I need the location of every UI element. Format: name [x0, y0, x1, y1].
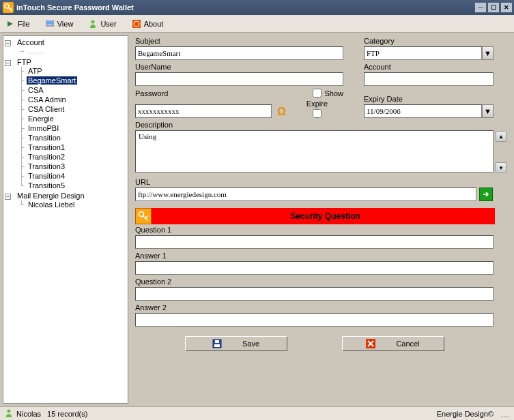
tree-ftp-item[interactable]: ImmoPBI: [27, 124, 60, 132]
tree-ftp-item[interactable]: Transition3: [27, 162, 66, 170]
subject-input[interactable]: [135, 46, 343, 60]
question2-label: Question 2: [135, 278, 507, 286]
tree-ftp-item[interactable]: Transition: [27, 134, 62, 142]
save-button-label: Save: [242, 340, 259, 348]
description-label: Description: [135, 121, 507, 129]
account-label: Account: [364, 63, 494, 71]
scroll-down-button[interactable]: ▼: [496, 162, 506, 173]
menu-bar: File View User About: [0, 15, 514, 33]
question2-input[interactable]: [135, 287, 494, 301]
monitor-icon: [45, 19, 55, 29]
menu-file-label: File: [18, 20, 30, 28]
svg-rect-2: [46, 21, 53, 25]
tree-ftp-item[interactable]: BegameSmart: [27, 76, 77, 85]
category-dropdown-button[interactable]: ▼: [482, 46, 494, 60]
show-password-checkbox[interactable]: [313, 89, 322, 97]
menu-about-label: About: [144, 20, 164, 28]
resize-grip[interactable]: ⣀⣀: [500, 409, 509, 418]
description-textarea[interactable]: [135, 130, 494, 172]
window-titlebar: inTouch Secure Password Wallet ─ ☐ ✕: [0, 0, 514, 15]
window-title: inTouch Secure Password Wallet: [16, 3, 474, 12]
answer1-input[interactable]: [135, 261, 494, 275]
tree-account[interactable]: Account: [16, 38, 46, 46]
expire-label: Expire: [306, 100, 328, 108]
expire-checkbox[interactable]: [313, 109, 322, 118]
menu-view-label: View: [57, 20, 74, 28]
arrow-right-icon: [482, 190, 490, 198]
expiry-label: Expiry Date: [364, 95, 494, 103]
tree-ftp-item[interactable]: Energie: [27, 115, 55, 123]
category-label: Category: [364, 37, 494, 45]
omega-icon[interactable]: Ω: [277, 106, 286, 118]
tree-ftp-item[interactable]: CSA Client: [27, 105, 66, 113]
about-icon: [132, 19, 141, 29]
security-question-banner: Security Question: [135, 208, 495, 224]
account-input[interactable]: [364, 72, 494, 86]
menu-user[interactable]: User: [85, 18, 119, 30]
url-input[interactable]: [135, 188, 476, 201]
cancel-button-label: Cancel: [396, 340, 419, 348]
maximize-button[interactable]: ☐: [487, 2, 500, 13]
sidebar: − Account ┄........ − FTP ├ATP├BegameSma…: [0, 33, 131, 406]
menu-file[interactable]: File: [3, 18, 33, 30]
answer2-label: Answer 2: [135, 303, 507, 312]
scroll-up-button[interactable]: ▲: [496, 131, 506, 142]
question1-input[interactable]: [135, 235, 494, 249]
form-panel: Subject Category ▼ UserName Account: [131, 33, 514, 406]
show-label: Show: [324, 89, 343, 97]
play-icon: [5, 19, 15, 29]
menu-view[interactable]: View: [42, 18, 76, 30]
username-input[interactable]: [135, 72, 343, 86]
status-copyright: Energie Design©: [437, 410, 494, 418]
tree-toggle-ftp[interactable]: −: [5, 60, 11, 66]
svg-rect-8: [214, 344, 220, 347]
url-label: URL: [135, 178, 507, 186]
expiry-input[interactable]: [364, 104, 482, 118]
tree-mail[interactable]: Mail Energie Design: [16, 192, 85, 200]
save-icon: [212, 339, 222, 348]
answer1-label: Answer 1: [135, 252, 507, 260]
tree-ftp[interactable]: FTP: [16, 58, 33, 66]
tree-view[interactable]: − Account ┄........ − FTP ├ATP├BegameSma…: [3, 35, 128, 404]
key-icon: [135, 208, 152, 224]
svg-point-3: [91, 20, 95, 23]
question1-label: Question 1: [135, 226, 507, 234]
answer2-input[interactable]: [135, 313, 494, 327]
expiry-dropdown-button[interactable]: ▼: [482, 104, 494, 118]
tree-ftp-item[interactable]: CSA Admin: [27, 95, 68, 104]
tree-ftp-item[interactable]: CSA: [27, 86, 45, 94]
status-records: 15 record(s): [47, 410, 87, 418]
cancel-icon: [366, 339, 375, 348]
minimize-button[interactable]: ─: [474, 2, 487, 13]
status-user: Nicolas: [16, 410, 41, 418]
go-button[interactable]: [479, 188, 493, 201]
subject-label: Subject: [135, 37, 343, 45]
tree-ftp-item[interactable]: Transition5: [27, 181, 66, 190]
tree-ftp-item[interactable]: Transition1: [27, 143, 66, 151]
svg-rect-9: [215, 340, 219, 343]
tree-ftp-item[interactable]: ATP: [27, 67, 44, 75]
app-icon: [3, 2, 14, 13]
tree-mail-item[interactable]: Nicolas Liebel: [27, 200, 76, 209]
tree-toggle-account[interactable]: −: [5, 40, 11, 46]
tree-toggle-mail[interactable]: −: [5, 194, 11, 200]
menu-user-label: User: [100, 20, 116, 28]
cancel-button[interactable]: Cancel: [342, 336, 444, 351]
username-label: UserName: [135, 63, 343, 71]
tree-account-child[interactable]: ........: [27, 47, 46, 55]
password-label: Password: [135, 89, 168, 97]
status-bar: Nicolas 15 record(s) Energie Design© ⣀⣀: [0, 406, 514, 420]
save-button[interactable]: Save: [185, 336, 287, 351]
category-input[interactable]: [364, 46, 482, 60]
user-icon: [5, 409, 12, 419]
tree-ftp-item[interactable]: Transition2: [27, 153, 66, 161]
tree-ftp-item[interactable]: Transition4: [27, 172, 66, 180]
svg-point-11: [8, 409, 11, 412]
close-button[interactable]: ✕: [500, 2, 513, 13]
user-icon: [88, 19, 98, 29]
security-question-title: Security Question: [156, 211, 495, 221]
menu-about[interactable]: About: [129, 18, 167, 30]
password-input[interactable]: [135, 104, 272, 118]
